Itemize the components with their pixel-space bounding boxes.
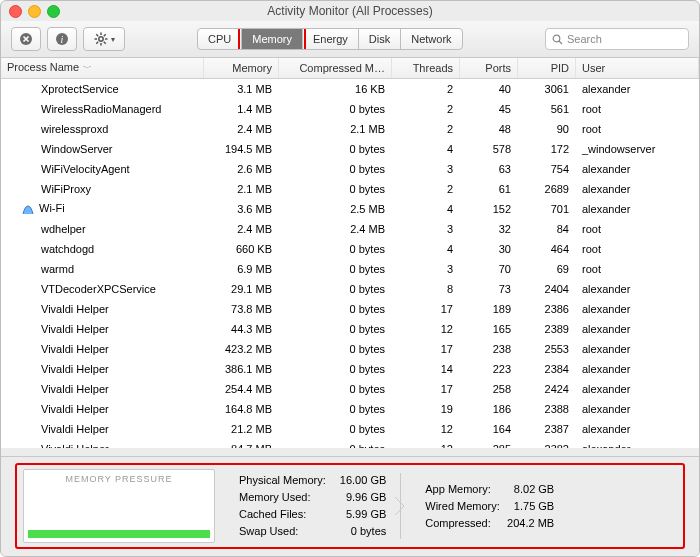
cell-user: root	[576, 119, 699, 139]
stats-left: Physical Memory:16.00 GB Memory Used:9.9…	[225, 472, 400, 540]
svg-line-11	[96, 42, 98, 44]
tab-energy[interactable]: Energy	[303, 29, 359, 49]
table-row[interactable]: XprotectService3.1 MB16 KB2403061alexand…	[1, 79, 699, 100]
cell-threads: 4	[392, 239, 460, 259]
cell-memory: 29.1 MB	[204, 279, 279, 299]
cell-process: Vivaldi Helper	[1, 399, 204, 419]
cell-pid: 2388	[518, 399, 576, 419]
col-process-label: Process Name	[7, 61, 79, 73]
cell-user: alexander	[576, 359, 699, 379]
col-memory[interactable]: Memory	[204, 58, 279, 79]
cell-user: root	[576, 99, 699, 119]
tab-memory-label: Memory	[252, 33, 292, 45]
cell-pid: 2553	[518, 339, 576, 359]
cell-memory: 73.8 MB	[204, 299, 279, 319]
table-row[interactable]: Wi-Fi3.6 MB2.5 MB4152701alexander	[1, 199, 699, 219]
cell-user: alexander	[576, 439, 699, 448]
col-compressed[interactable]: Compressed M…	[279, 58, 392, 79]
zoom-icon[interactable]	[47, 5, 60, 18]
cell-memory: 254.4 MB	[204, 379, 279, 399]
table-row[interactable]: watchdogd660 KB0 bytes430464root	[1, 239, 699, 259]
cell-compressed: 0 bytes	[279, 139, 392, 159]
cell-memory: 660 KB	[204, 239, 279, 259]
cell-pid: 2404	[518, 279, 576, 299]
svg-point-12	[553, 35, 560, 42]
cell-threads: 2	[392, 99, 460, 119]
cell-ports: 73	[460, 279, 518, 299]
col-user[interactable]: User	[576, 58, 699, 79]
window-title: Activity Monitor (All Processes)	[267, 4, 432, 18]
cell-pid: 2382	[518, 439, 576, 448]
memory-pressure-graph[interactable]: MEMORY PRESSURE	[23, 469, 215, 543]
cell-compressed: 0 bytes	[279, 99, 392, 119]
process-table[interactable]: Process Name﹀ Memory Compressed M… Threa…	[1, 58, 699, 448]
minimize-icon[interactable]	[28, 5, 41, 18]
cell-user: root	[576, 259, 699, 279]
tab-network[interactable]: Network	[401, 29, 461, 49]
cell-ports: 152	[460, 199, 518, 219]
cell-ports: 223	[460, 359, 518, 379]
table-row[interactable]: wirelessproxd2.4 MB2.1 MB24890root	[1, 119, 699, 139]
col-threads[interactable]: Threads	[392, 58, 460, 79]
table-row[interactable]: WirelessRadioManagerd1.4 MB0 bytes245561…	[1, 99, 699, 119]
cell-compressed: 0 bytes	[279, 179, 392, 199]
close-icon[interactable]	[9, 5, 22, 18]
cell-memory: 3.6 MB	[204, 199, 279, 219]
cell-user: alexander	[576, 199, 699, 219]
search-input[interactable]: Search	[545, 28, 689, 50]
app-memory-label: App Memory:	[425, 481, 490, 498]
highlight-box-footer: MEMORY PRESSURE Physical Memory:16.00 GB…	[15, 463, 685, 549]
cell-ports: 32	[460, 219, 518, 239]
cell-pid: 464	[518, 239, 576, 259]
cell-threads: 3	[392, 219, 460, 239]
table-header-row: Process Name﹀ Memory Compressed M… Threa…	[1, 58, 699, 79]
table-row[interactable]: VTDecoderXPCService29.1 MB0 bytes8732404…	[1, 279, 699, 299]
info-button[interactable]: i	[47, 27, 77, 51]
table-row[interactable]: Vivaldi Helper423.2 MB0 bytes172382553al…	[1, 339, 699, 359]
col-pid[interactable]: PID	[518, 58, 576, 79]
cell-user: alexander	[576, 79, 699, 100]
swap-used-value: 0 bytes	[351, 523, 386, 540]
cell-user: alexander	[576, 319, 699, 339]
table-row[interactable]: WiFiProxy2.1 MB0 bytes2612689alexander	[1, 179, 699, 199]
table-row[interactable]: warmd6.9 MB0 bytes37069root	[1, 259, 699, 279]
cell-threads: 19	[392, 399, 460, 419]
table-row[interactable]: Vivaldi Helper73.8 MB0 bytes171892386ale…	[1, 299, 699, 319]
cell-threads: 12	[392, 419, 460, 439]
table-row[interactable]: Vivaldi Helper84.7 MB0 bytes122852382ale…	[1, 439, 699, 448]
window-titlebar[interactable]: Activity Monitor (All Processes)	[1, 1, 699, 21]
cell-user: alexander	[576, 279, 699, 299]
tab-disk[interactable]: Disk	[359, 29, 401, 49]
window-controls	[9, 5, 60, 18]
stop-icon	[19, 32, 33, 46]
col-process[interactable]: Process Name﹀	[1, 58, 204, 79]
stop-process-button[interactable]	[11, 27, 41, 51]
table-row[interactable]: wdhelper2.4 MB2.4 MB33284root	[1, 219, 699, 239]
cell-threads: 2	[392, 119, 460, 139]
options-button[interactable]: ▾	[83, 27, 125, 51]
table-row[interactable]: Vivaldi Helper21.2 MB0 bytes121642387ale…	[1, 419, 699, 439]
cell-process: wdhelper	[1, 219, 204, 239]
table-row[interactable]: WiFiVelocityAgent2.6 MB0 bytes363754alex…	[1, 159, 699, 179]
svg-line-10	[103, 34, 105, 36]
cell-threads: 17	[392, 379, 460, 399]
table-row[interactable]: Vivaldi Helper44.3 MB0 bytes121652389ale…	[1, 319, 699, 339]
cell-pid: 84	[518, 219, 576, 239]
cell-ports: 48	[460, 119, 518, 139]
table-row[interactable]: Vivaldi Helper254.4 MB0 bytes172582424al…	[1, 379, 699, 399]
tab-memory[interactable]: Memory	[242, 29, 303, 49]
col-ports[interactable]: Ports	[460, 58, 518, 79]
cell-ports: 258	[460, 379, 518, 399]
swap-used-label: Swap Used:	[239, 523, 298, 540]
cell-pid: 2424	[518, 379, 576, 399]
cell-memory: 6.9 MB	[204, 259, 279, 279]
table-row[interactable]: WindowServer194.5 MB0 bytes4578172_windo…	[1, 139, 699, 159]
cell-process: Wi-Fi	[1, 199, 204, 219]
search-icon	[552, 34, 563, 45]
cell-user: root	[576, 239, 699, 259]
cell-process: WiFiVelocityAgent	[1, 159, 204, 179]
table-row[interactable]: Vivaldi Helper386.1 MB0 bytes142232384al…	[1, 359, 699, 379]
cell-user: alexander	[576, 299, 699, 319]
tab-cpu[interactable]: CPU	[198, 29, 242, 49]
table-row[interactable]: Vivaldi Helper164.8 MB0 bytes191862388al…	[1, 399, 699, 419]
